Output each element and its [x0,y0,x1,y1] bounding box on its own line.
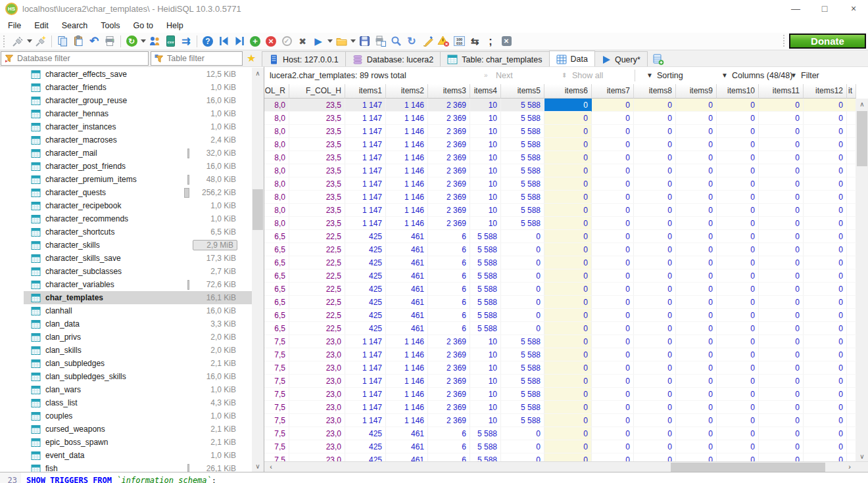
cancel-editing-icon[interactable]: × [263,34,279,49]
focused-cell[interactable]: 0 [544,99,592,112]
grid-cell[interactable]: 10 [470,361,501,375]
grid-cell[interactable]: 5 588 [470,309,501,322]
grid-cell[interactable]: 5 588 [501,99,544,112]
grid-cell[interactable]: 1 147 [345,164,386,177]
grid-cell[interactable]: 1 146 [386,401,428,414]
grid-cell[interactable]: 0 [634,125,676,138]
grid-cell[interactable]: 2 369 [428,177,470,191]
grid-cell[interactable]: 1 146 [386,177,428,191]
menu-item-edit[interactable]: Edit [30,21,55,30]
grid-cell[interactable]: 6,5 [264,230,289,243]
grid-cell[interactable]: 5 588 [501,125,544,138]
grid-cell[interactable]: 6 [428,322,470,335]
grid-cell[interactable]: 6 [428,296,470,309]
grid-cell[interactable]: 0 [634,217,676,230]
grid-cell[interactable]: 0 [501,427,544,440]
tab-database-lucera2[interactable]: Database: lucera2 [345,51,441,67]
grid-cell[interactable]: 0 [804,309,847,322]
grid-cell[interactable]: 0 [804,427,847,440]
grid-cell[interactable]: 0 [804,348,847,361]
grid-cell[interactable]: 8,0 [264,217,289,230]
grid-cell[interactable]: 0 [592,283,634,296]
grid-cell[interactable]: 0 [759,388,804,401]
table-list-item-clan_subpledges[interactable]: clan_subpledges2,1 KiB [0,357,252,370]
grid-cell[interactable]: 0 [759,348,804,361]
grid-cell[interactable]: 5 588 [501,151,544,164]
binary-view-icon[interactable]: 100010 [451,34,467,49]
grid-cell[interactable]: 0 [634,375,676,388]
grid-cell[interactable]: 1 147 [345,138,386,151]
grid-cell[interactable]: 0 [544,164,592,177]
grid-cell[interactable]: 425 [345,269,386,283]
grid-cell[interactable]: 10 [470,217,501,230]
grid-horizontal-scrollbar[interactable]: ‹ › [264,461,868,472]
grid-cell[interactable]: 0 [759,243,804,256]
column-header-items11[interactable]: items11 [759,84,804,99]
grid-cell[interactable]: 0 [759,256,804,269]
grid-cell[interactable]: 0 [544,375,592,388]
grid-cell[interactable] [847,243,856,256]
grid-cell[interactable] [847,296,856,309]
grid-cell[interactable]: 2 369 [428,375,470,388]
grid-cell[interactable]: 0 [759,230,804,243]
grid-cell[interactable]: 0 [804,204,847,217]
grid-cell[interactable]: 0 [804,177,847,191]
grid-cell[interactable]: 0 [676,243,717,256]
grid-cell[interactable]: 6,5 [264,269,289,283]
menu-item-tools[interactable]: Tools [97,21,126,30]
grid-cell[interactable]: 0 [759,375,804,388]
table-list-item-character_macroses[interactable]: character_macroses2,4 KiB [0,133,252,147]
grid-cell[interactable]: 0 [501,243,544,256]
column-header-items1[interactable]: items1 [345,84,386,99]
grid-cell[interactable]: 10 [470,375,501,388]
grid-cell[interactable]: 23,0 [289,388,345,401]
grid-cell[interactable]: 1 146 [386,388,428,401]
grid-cell[interactable]: 0 [676,401,717,414]
grid-cell[interactable]: 0 [804,230,847,243]
grid-cell[interactable]: 0 [544,256,592,269]
grid-cell[interactable] [847,204,856,217]
grid-cell[interactable]: 0 [592,361,634,375]
table-list-item-character_recommends[interactable]: character_recommends1,0 KiB [0,212,252,225]
grid-cell[interactable]: 461 [386,269,428,283]
grid-cell[interactable]: 0 [676,217,717,230]
grid-cell[interactable]: 0 [717,322,759,335]
donate-toolbar-grip[interactable] [783,35,786,47]
grid-cell[interactable]: 7,5 [264,335,289,348]
grid-cell[interactable]: 0 [804,164,847,177]
grid-cell[interactable]: 0 [634,427,676,440]
table-list-item-class_list[interactable]: class_list4,3 KiB [0,396,252,409]
grid-cell[interactable]: 22,5 [289,243,345,256]
grid-cell[interactable]: 8,0 [264,164,289,177]
donate-button[interactable]: Donate [789,34,866,49]
table-list-item-clanhall[interactable]: clanhall16,0 KiB [0,304,252,317]
table-list-item-clan_skills[interactable]: clan_skills2,0 KiB [0,344,252,357]
grid-cell[interactable]: 0 [544,138,592,151]
grid-cell[interactable] [847,401,856,414]
grid-cell[interactable]: 461 [386,256,428,269]
grid-cell[interactable]: 8,0 [264,177,289,191]
grid-cell[interactable]: 425 [345,427,386,440]
grid-cell[interactable]: 1 146 [386,414,428,427]
grid-cell[interactable]: 0 [717,217,759,230]
grid-cell[interactable]: 1 146 [386,164,428,177]
grid-cell[interactable]: 5 588 [501,414,544,427]
grid-cell[interactable]: 23,5 [289,99,345,112]
grid-cell[interactable]: 0 [759,427,804,440]
grid-cell[interactable]: 23,5 [289,125,345,138]
grid-cell[interactable]: 0 [804,125,847,138]
grid-cell[interactable]: 1 146 [386,348,428,361]
grid-cell[interactable]: 1 146 [386,361,428,375]
grid-cell[interactable]: 2 369 [428,151,470,164]
grid-cell[interactable] [847,388,856,401]
sidebar-scroll-thumb[interactable] [253,189,263,230]
table-list-item-character_premium_items[interactable]: character_premium_items48,0 KiB [0,173,252,186]
grid-vscroll-thumb[interactable] [857,111,867,166]
column-header-items7[interactable]: items7 [592,84,634,99]
grid-cell[interactable]: 0 [759,414,804,427]
grid-cell[interactable]: 2 369 [428,348,470,361]
grid-cell[interactable]: 10 [470,414,501,427]
table-list-item-character_friends[interactable]: character_friends1,0 KiB [0,81,252,94]
grid-cell[interactable]: 0 [717,125,759,138]
grid-cell[interactable]: 0 [676,164,717,177]
